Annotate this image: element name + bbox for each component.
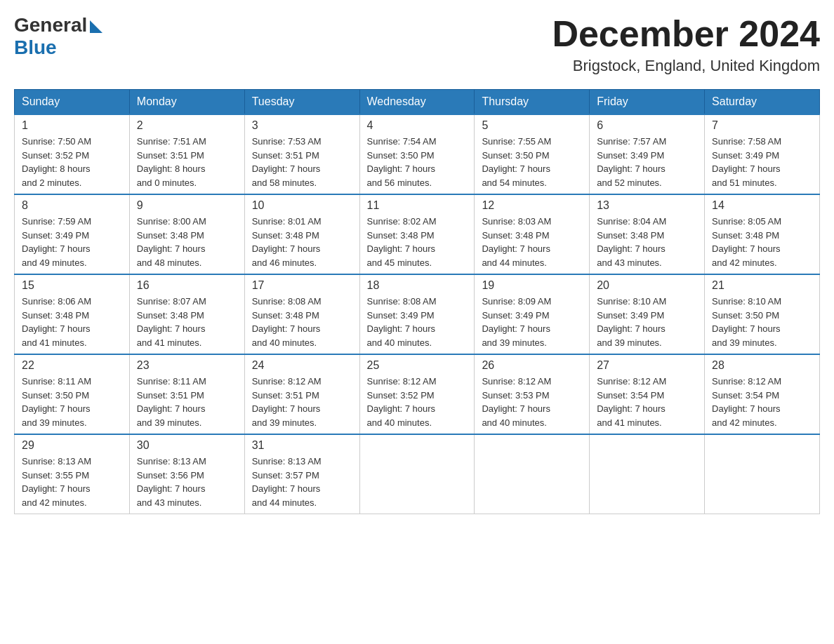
day-info: Sunrise: 8:02 AM Sunset: 3:48 PM Dayligh… — [367, 215, 468, 269]
calendar-cell-w3-d3: 18 Sunrise: 8:08 AM Sunset: 3:49 PM Dayl… — [359, 274, 475, 354]
day-info: Sunrise: 8:12 AM Sunset: 3:54 PM Dayligh… — [712, 375, 812, 429]
logo-triangle — [90, 20, 102, 33]
day-number: 13 — [597, 199, 697, 212]
calendar-cell-w5-d1: 30 Sunrise: 8:13 AM Sunset: 3:56 PM Dayl… — [129, 434, 244, 514]
week-row-5: 29 Sunrise: 8:13 AM Sunset: 3:55 PM Dayl… — [15, 434, 820, 514]
day-info: Sunrise: 8:00 AM Sunset: 3:48 PM Dayligh… — [137, 215, 237, 269]
calendar-cell-w5-d0: 29 Sunrise: 8:13 AM Sunset: 3:55 PM Dayl… — [15, 434, 130, 514]
day-number: 21 — [712, 279, 812, 292]
calendar-cell-w5-d5 — [590, 434, 705, 514]
day-info: Sunrise: 8:13 AM Sunset: 3:56 PM Dayligh… — [137, 455, 237, 509]
day-info: Sunrise: 8:03 AM Sunset: 3:48 PM Dayligh… — [482, 215, 582, 269]
calendar-cell-w3-d0: 15 Sunrise: 8:06 AM Sunset: 3:48 PM Dayl… — [15, 274, 130, 354]
day-number: 2 — [137, 119, 237, 132]
calendar-cell-w4-d2: 24 Sunrise: 8:12 AM Sunset: 3:51 PM Dayl… — [244, 354, 359, 434]
day-info: Sunrise: 8:12 AM Sunset: 3:51 PM Dayligh… — [252, 375, 352, 429]
calendar-cell-w3-d2: 17 Sunrise: 8:08 AM Sunset: 3:48 PM Dayl… — [244, 274, 359, 354]
calendar-cell-w3-d1: 16 Sunrise: 8:07 AM Sunset: 3:48 PM Dayl… — [129, 274, 244, 354]
calendar-subtitle: Brigstock, England, United Kingdom — [552, 57, 820, 75]
header-thursday: Thursday — [475, 90, 590, 115]
calendar-title: December 2024 — [552, 14, 820, 54]
day-info: Sunrise: 8:12 AM Sunset: 3:54 PM Dayligh… — [597, 375, 697, 429]
calendar-header-row: SundayMondayTuesdayWednesdayThursdayFrid… — [15, 90, 820, 115]
day-number: 9 — [137, 199, 237, 212]
day-number: 3 — [252, 119, 352, 132]
calendar-cell-w3-d4: 19 Sunrise: 8:09 AM Sunset: 3:49 PM Dayl… — [475, 274, 590, 354]
day-number: 5 — [482, 119, 582, 132]
day-number: 27 — [597, 359, 697, 372]
calendar-cell-w4-d6: 28 Sunrise: 8:12 AM Sunset: 3:54 PM Dayl… — [705, 354, 820, 434]
calendar-cell-w5-d3 — [359, 434, 475, 514]
day-info: Sunrise: 7:55 AM Sunset: 3:50 PM Dayligh… — [482, 135, 582, 189]
day-number: 14 — [712, 199, 812, 212]
week-row-3: 15 Sunrise: 8:06 AM Sunset: 3:48 PM Dayl… — [15, 274, 820, 354]
day-info: Sunrise: 7:59 AM Sunset: 3:49 PM Dayligh… — [22, 215, 122, 269]
calendar-cell-w2-d1: 9 Sunrise: 8:00 AM Sunset: 3:48 PM Dayli… — [129, 194, 244, 274]
week-row-2: 8 Sunrise: 7:59 AM Sunset: 3:49 PM Dayli… — [15, 194, 820, 274]
week-row-1: 1 Sunrise: 7:50 AM Sunset: 3:52 PM Dayli… — [15, 114, 820, 194]
day-number: 23 — [137, 359, 237, 372]
day-info: Sunrise: 8:10 AM Sunset: 3:49 PM Dayligh… — [597, 295, 697, 349]
day-info: Sunrise: 8:10 AM Sunset: 3:50 PM Dayligh… — [712, 295, 812, 349]
day-info: Sunrise: 7:53 AM Sunset: 3:51 PM Dayligh… — [252, 135, 352, 189]
calendar-cell-w1-d4: 5 Sunrise: 7:55 AM Sunset: 3:50 PM Dayli… — [475, 114, 590, 194]
logo-blue: Blue — [14, 36, 57, 58]
header-saturday: Saturday — [705, 90, 820, 115]
day-info: Sunrise: 8:13 AM Sunset: 3:55 PM Dayligh… — [22, 455, 122, 509]
day-number: 18 — [367, 279, 468, 292]
calendar-cell-w4-d4: 26 Sunrise: 8:12 AM Sunset: 3:53 PM Dayl… — [475, 354, 590, 434]
day-number: 6 — [597, 119, 697, 132]
day-info: Sunrise: 8:11 AM Sunset: 3:50 PM Dayligh… — [22, 375, 122, 429]
logo-content: General Blue — [14, 14, 102, 59]
day-number: 19 — [482, 279, 582, 292]
day-info: Sunrise: 7:58 AM Sunset: 3:49 PM Dayligh… — [712, 135, 812, 189]
logo: General Blue — [14, 14, 102, 59]
day-info: Sunrise: 8:08 AM Sunset: 3:49 PM Dayligh… — [367, 295, 468, 349]
day-number: 4 — [367, 119, 468, 132]
calendar-cell-w1-d3: 4 Sunrise: 7:54 AM Sunset: 3:50 PM Dayli… — [359, 114, 475, 194]
week-row-4: 22 Sunrise: 8:11 AM Sunset: 3:50 PM Dayl… — [15, 354, 820, 434]
day-info: Sunrise: 8:11 AM Sunset: 3:51 PM Dayligh… — [137, 375, 237, 429]
day-number: 29 — [22, 439, 122, 452]
calendar-cell-w1-d6: 7 Sunrise: 7:58 AM Sunset: 3:49 PM Dayli… — [705, 114, 820, 194]
day-number: 8 — [22, 199, 122, 212]
calendar-cell-w2-d5: 13 Sunrise: 8:04 AM Sunset: 3:48 PM Dayl… — [590, 194, 705, 274]
calendar-cell-w2-d6: 14 Sunrise: 8:05 AM Sunset: 3:48 PM Dayl… — [705, 194, 820, 274]
calendar-cell-w5-d2: 31 Sunrise: 8:13 AM Sunset: 3:57 PM Dayl… — [244, 434, 359, 514]
day-info: Sunrise: 8:07 AM Sunset: 3:48 PM Dayligh… — [137, 295, 237, 349]
calendar-cell-w4-d3: 25 Sunrise: 8:12 AM Sunset: 3:52 PM Dayl… — [359, 354, 475, 434]
calendar-cell-w5-d4 — [475, 434, 590, 514]
calendar-cell-w2-d2: 10 Sunrise: 8:01 AM Sunset: 3:48 PM Dayl… — [244, 194, 359, 274]
page-header: General Blue December 2024 Brigstock, En… — [14, 14, 820, 75]
day-number: 26 — [482, 359, 582, 372]
calendar-cell-w4-d1: 23 Sunrise: 8:11 AM Sunset: 3:51 PM Dayl… — [129, 354, 244, 434]
day-number: 28 — [712, 359, 812, 372]
calendar-cell-w2-d4: 12 Sunrise: 8:03 AM Sunset: 3:48 PM Dayl… — [475, 194, 590, 274]
calendar-cell-w2-d3: 11 Sunrise: 8:02 AM Sunset: 3:48 PM Dayl… — [359, 194, 475, 274]
day-info: Sunrise: 8:12 AM Sunset: 3:52 PM Dayligh… — [367, 375, 468, 429]
day-info: Sunrise: 8:06 AM Sunset: 3:48 PM Dayligh… — [22, 295, 122, 349]
day-number: 11 — [367, 199, 468, 212]
day-number: 16 — [137, 279, 237, 292]
day-info: Sunrise: 8:08 AM Sunset: 3:48 PM Dayligh… — [252, 295, 352, 349]
header-wednesday: Wednesday — [359, 90, 475, 115]
day-info: Sunrise: 7:51 AM Sunset: 3:51 PM Dayligh… — [137, 135, 237, 189]
day-info: Sunrise: 7:57 AM Sunset: 3:49 PM Dayligh… — [597, 135, 697, 189]
header-sunday: Sunday — [15, 90, 130, 115]
day-info: Sunrise: 8:04 AM Sunset: 3:48 PM Dayligh… — [597, 215, 697, 269]
logo-general: General — [14, 14, 87, 36]
day-number: 10 — [252, 199, 352, 212]
day-number: 30 — [137, 439, 237, 452]
title-section: December 2024 Brigstock, England, United… — [552, 14, 820, 75]
day-info: Sunrise: 7:50 AM Sunset: 3:52 PM Dayligh… — [22, 135, 122, 189]
calendar-cell-w3-d5: 20 Sunrise: 8:10 AM Sunset: 3:49 PM Dayl… — [590, 274, 705, 354]
day-info: Sunrise: 8:05 AM Sunset: 3:48 PM Dayligh… — [712, 215, 812, 269]
day-number: 22 — [22, 359, 122, 372]
day-info: Sunrise: 8:13 AM Sunset: 3:57 PM Dayligh… — [252, 455, 352, 509]
day-info: Sunrise: 8:12 AM Sunset: 3:53 PM Dayligh… — [482, 375, 582, 429]
day-number: 31 — [252, 439, 352, 452]
calendar-cell-w1-d1: 2 Sunrise: 7:51 AM Sunset: 3:51 PM Dayli… — [129, 114, 244, 194]
header-friday: Friday — [590, 90, 705, 115]
calendar-cell-w5-d6 — [705, 434, 820, 514]
header-monday: Monday — [129, 90, 244, 115]
